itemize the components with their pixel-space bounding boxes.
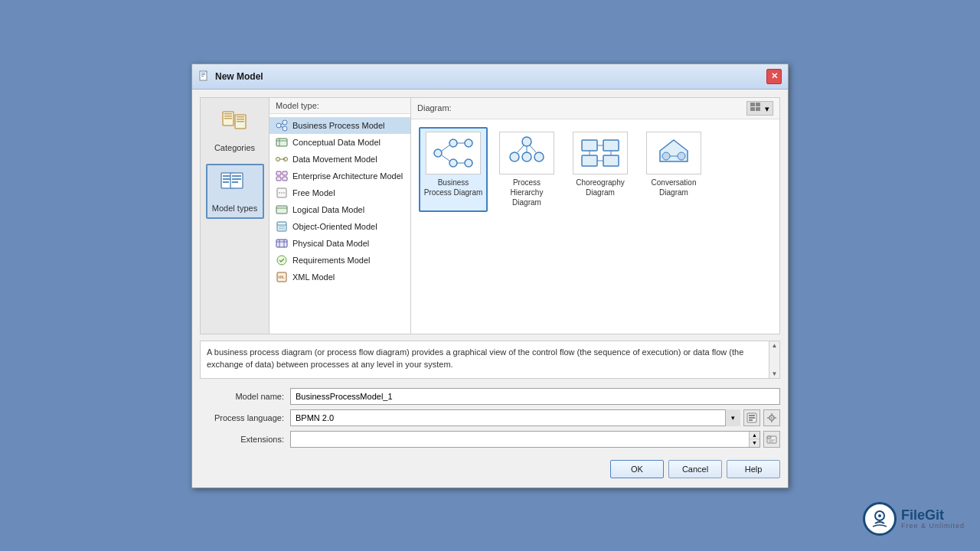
svg-rect-2: [201, 74, 205, 75]
svg-rect-95: [767, 436, 771, 439]
model-type-pdm[interactable]: Physical Data Model: [270, 235, 410, 252]
svg-rect-85: [749, 415, 755, 416]
svg-point-23: [283, 126, 287, 131]
diagram-phd[interactable]: Process Hierarchy Diagram: [492, 127, 561, 212]
svg-point-56: [434, 149, 442, 157]
svg-text:XML: XML: [278, 275, 285, 279]
process-language-wrapper: BPMN 2.0 BPMN 1.1 EPC ▾: [290, 409, 780, 426]
svg-line-71: [530, 145, 536, 152]
model-type-eam[interactable]: Enterprise Architecture Model: [270, 168, 410, 184]
dialog-title: New Model: [215, 71, 263, 82]
cvd-thumb: [646, 132, 701, 174]
process-lang-config-button[interactable]: [763, 409, 780, 426]
extensions-label: Extensions:: [200, 435, 284, 444]
ok-button[interactable]: OK: [610, 460, 664, 478]
svg-rect-45: [276, 240, 287, 247]
svg-rect-53: [756, 103, 760, 106]
svg-point-65: [522, 137, 531, 146]
diagram-chd-label: Choreography Diagram: [570, 178, 630, 197]
extensions-wrapper: ▲ ▼: [290, 431, 780, 448]
bpd-thumb: [426, 132, 481, 174]
dialog-icon: [198, 70, 211, 83]
model-types-label: Model types: [212, 204, 257, 213]
svg-point-81: [662, 152, 670, 160]
svg-rect-86: [749, 417, 755, 419]
svg-rect-73: [603, 140, 619, 151]
svg-rect-19: [232, 178, 241, 180]
diagram-panel-header: Diagram: ▾: [411, 98, 779, 119]
left-nav: Categories: [201, 98, 270, 334]
diagram-bpd-label: Business Process Diagram: [423, 178, 483, 197]
model-type-bpm[interactable]: Business Process Model: [270, 117, 410, 134]
main-area: Categories: [200, 97, 780, 334]
svg-rect-18: [232, 175, 241, 177]
process-language-select[interactable]: BPMN 2.0 BPMN 1.1 EPC: [290, 409, 740, 426]
extensions-row: Extensions: ▲ ▼: [200, 431, 780, 448]
svg-line-62: [442, 155, 449, 161]
spinner-up[interactable]: ▲: [750, 432, 760, 440]
svg-point-99: [878, 514, 881, 517]
svg-rect-55: [756, 107, 760, 111]
svg-rect-11: [237, 119, 244, 120]
svg-rect-7: [224, 116, 232, 117]
extensions-input[interactable]: ▲ ▼: [290, 431, 760, 448]
diagram-bpd[interactable]: Business Process Diagram: [419, 127, 488, 212]
view-toggle-button[interactable]: ▾: [746, 101, 773, 116]
svg-point-89: [771, 417, 773, 419]
spinner-down[interactable]: ▼: [750, 439, 760, 447]
model-name-input[interactable]: [290, 388, 780, 405]
model-type-ldm[interactable]: Logical Data Model: [270, 201, 410, 218]
phd-thumb: [499, 132, 554, 174]
svg-rect-3: [201, 76, 204, 77]
model-item-label: XML Model: [292, 272, 335, 282]
model-type-dmm[interactable]: Data Movement Model: [270, 151, 410, 168]
model-type-free[interactable]: Free Model: [270, 184, 410, 201]
nav-categories[interactable]: Categories: [206, 104, 264, 158]
model-item-label: Enterprise Architecture Model: [292, 171, 403, 181]
svg-point-21: [276, 123, 281, 128]
nav-model-types[interactable]: Model types: [206, 164, 264, 219]
svg-line-25: [281, 126, 283, 128]
categories-icon: [220, 109, 250, 140]
filegit-text-block: FileGit Free & Unlimited: [901, 508, 965, 530]
svg-rect-44: [279, 228, 285, 230]
svg-rect-16: [223, 181, 229, 183]
diagram-cvd[interactable]: Conversation Diagram: [639, 127, 708, 212]
filegit-name: FileGit: [901, 508, 965, 522]
close-button[interactable]: ✕: [766, 69, 782, 84]
cdm-icon: [276, 136, 288, 148]
process-language-select-wrapper: BPMN 2.0 BPMN 1.1 EPC ▾: [290, 409, 740, 426]
model-type-req[interactable]: Requirements Model: [270, 252, 410, 269]
svg-rect-74: [582, 155, 597, 166]
extensions-spinner[interactable]: ▲ ▼: [749, 432, 760, 447]
svg-line-61: [442, 145, 449, 151]
extensions-browse-button[interactable]: [763, 431, 780, 448]
help-button[interactable]: Help: [727, 460, 780, 478]
model-type-panel: Model type: Business Process Model: [270, 98, 411, 334]
filegit-tagline: Free & Unlimited: [901, 522, 965, 530]
description-text: A business process diagram (or process f…: [201, 341, 779, 376]
svg-line-24: [281, 123, 283, 125]
diagram-cvd-label: Conversation Diagram: [644, 178, 704, 197]
model-type-oom[interactable]: Object-Oriented Model: [270, 218, 410, 235]
svg-rect-10: [237, 116, 244, 118]
process-language-row: Process language: BPMN 2.0 BPMN 1.1 EPC …: [200, 409, 780, 426]
categories-label: Categories: [214, 143, 255, 152]
model-types-icon: [220, 170, 250, 201]
model-type-header: Model type:: [270, 98, 410, 114]
svg-rect-35: [276, 177, 281, 181]
diagram-header-label: Diagram:: [417, 103, 452, 112]
cancel-button[interactable]: Cancel: [668, 460, 722, 478]
model-type-xml[interactable]: XML XML Model: [270, 269, 410, 285]
svg-rect-12: [237, 121, 244, 122]
process-lang-browse-button[interactable]: [743, 409, 760, 426]
model-type-cdm[interactable]: Conceptual Data Model: [270, 134, 410, 151]
svg-rect-34: [283, 171, 287, 175]
chd-thumb: [573, 132, 628, 174]
svg-point-66: [510, 152, 519, 161]
scrollbar[interactable]: ▲ ▼: [769, 341, 779, 378]
svg-rect-1: [201, 73, 205, 73]
diagram-chd[interactable]: Choreography Diagram: [566, 127, 635, 212]
svg-rect-87: [749, 419, 753, 421]
diagram-grid: Business Process Diagram: [411, 119, 779, 334]
